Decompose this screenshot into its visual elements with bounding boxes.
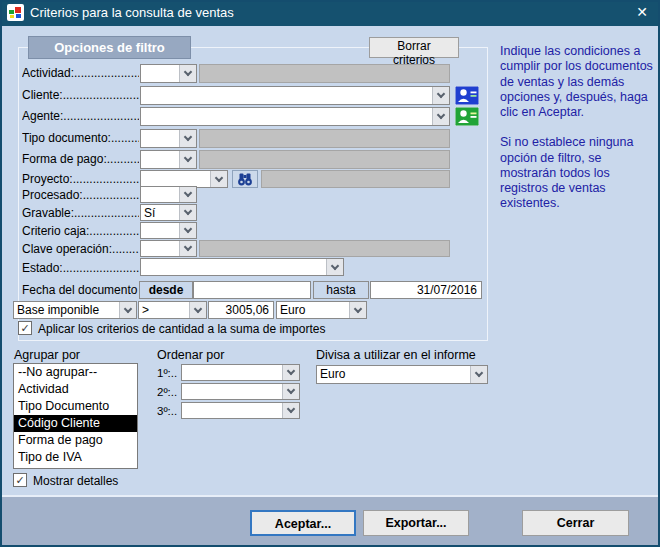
help-paragraph-2: Si no establece ninguna opción de filtro… [500, 135, 654, 211]
estado-value [141, 259, 326, 275]
apply-criteria-checkbox[interactable]: ✓ [18, 321, 32, 335]
sales-query-criteria-dialog: Criterios para la consulta de ventas ✕ O… [0, 0, 660, 547]
divisa-value: Euro [317, 366, 470, 383]
agrupar-por-listbox[interactable]: --No agrupar-- Actividad Tipo Documento … [13, 363, 138, 469]
clave-operacion-disabled-field [199, 240, 450, 257]
procesado-value [141, 187, 179, 202]
hasta-label: hasta [313, 281, 369, 299]
list-item[interactable]: --No agrupar-- [14, 364, 137, 381]
chevron-down-icon[interactable] [432, 108, 449, 125]
list-item[interactable]: Forma de pago [14, 432, 137, 449]
orden-2-value [182, 384, 282, 399]
procesado-label: Procesado:..............................… [22, 188, 139, 203]
gravable-value: Sí [141, 205, 179, 220]
tipo-documento-label: Tipo documento:.........................… [22, 131, 139, 146]
chevron-down-icon[interactable] [432, 87, 449, 104]
chevron-down-icon[interactable] [119, 302, 136, 318]
close-button[interactable]: Cerrar [522, 510, 629, 536]
base-currency-combobox[interactable]: Euro [276, 301, 367, 319]
orden-1-combobox[interactable] [181, 364, 300, 381]
list-item[interactable]: Tipo Documento [14, 398, 137, 415]
base-amount-input[interactable]: 3005,06 [208, 301, 274, 319]
list-item-selected[interactable]: Código Cliente [14, 415, 137, 432]
actividad-label: Actividad:..............................… [22, 66, 139, 81]
help-text: Indique las condiciones a cumplir por lo… [500, 44, 654, 227]
actividad-value [141, 65, 179, 82]
tipo-documento-disabled-field [199, 129, 450, 148]
chevron-down-icon[interactable] [189, 302, 206, 318]
window-title: Criterios para la consulta de ventas [30, 5, 234, 20]
chevron-down-icon[interactable] [470, 366, 487, 383]
clave-operacion-combobox[interactable] [140, 240, 197, 257]
agente-combobox[interactable] [140, 107, 450, 126]
orden-3-label: 3º:.. [157, 405, 177, 417]
criterio-caja-combobox[interactable] [140, 222, 197, 239]
gravable-label: Gravable:...............................… [22, 206, 139, 221]
procesado-combobox[interactable] [140, 186, 197, 203]
show-details-checkbox[interactable]: ✓ [13, 473, 27, 487]
agente-lookup-icon[interactable] [455, 107, 479, 126]
estado-combobox[interactable] [140, 258, 344, 276]
fecha-hasta-input[interactable]: 31/07/2016 [370, 281, 482, 299]
base-operator-value: > [139, 302, 189, 318]
clave-operacion-label: Clave operación:........................… [22, 242, 139, 257]
chevron-down-icon[interactable] [179, 205, 196, 220]
agrupar-por-label: Agrupar por [14, 348, 80, 362]
chevron-down-icon[interactable] [179, 65, 196, 82]
proyecto-label: Proyecto:...............................… [22, 172, 139, 187]
chevron-down-icon[interactable] [179, 241, 196, 256]
divisa-combobox[interactable]: Euro [316, 365, 488, 384]
orden-1-value [182, 365, 282, 380]
proyecto-search-button[interactable] [232, 170, 258, 188]
criterio-caja-label: Criterio caja:..........................… [22, 224, 139, 239]
forma-de-pago-value [141, 151, 179, 168]
tipo-documento-combobox[interactable] [140, 129, 197, 148]
orden-3-combobox[interactable] [181, 402, 300, 419]
list-item[interactable]: Tipo de IVA [14, 449, 137, 466]
chevron-down-icon[interactable] [179, 130, 196, 147]
help-paragraph-1: Indique las condiciones a cumplir por lo… [500, 44, 654, 120]
base-operator-combobox[interactable]: > [138, 301, 207, 319]
gravable-combobox[interactable]: Sí [140, 204, 197, 221]
cliente-value [141, 87, 432, 104]
forma-de-pago-combobox[interactable] [140, 150, 197, 169]
clear-criteria-button[interactable]: Borrar criterios [369, 37, 459, 58]
proyecto-value [141, 171, 210, 187]
chevron-down-icon[interactable] [179, 151, 196, 168]
filter-group-title: Opciones de filtro [28, 36, 191, 59]
list-item[interactable]: Actividad [14, 381, 137, 398]
orden-1-label: 1º:.. [157, 367, 177, 379]
chevron-down-icon[interactable] [282, 384, 299, 399]
forma-de-pago-label: Forma de pago:..........................… [22, 152, 139, 167]
chevron-down-icon[interactable] [179, 223, 196, 238]
cliente-combobox[interactable] [140, 86, 450, 105]
desde-label: desde [139, 281, 193, 299]
cliente-lookup-icon[interactable] [455, 86, 479, 105]
actividad-combobox[interactable] [140, 64, 197, 83]
orden-2-combobox[interactable] [181, 383, 300, 400]
accept-button[interactable]: Aceptar... [250, 510, 356, 536]
chevron-down-icon[interactable] [282, 365, 299, 380]
checkmark-icon: ✓ [15, 475, 24, 486]
title-bar[interactable]: Criterios para la consulta de ventas ✕ [0, 0, 660, 26]
chevron-down-icon[interactable] [282, 403, 299, 418]
proyecto-disabled-field [261, 170, 450, 188]
app-icon [7, 4, 24, 21]
chevron-down-icon[interactable] [326, 259, 343, 275]
chevron-down-icon[interactable] [179, 187, 196, 202]
export-button[interactable]: Exportar... [363, 510, 469, 536]
base-field-combobox[interactable]: Base imponible [13, 301, 137, 319]
chevron-down-icon[interactable] [210, 171, 227, 187]
base-currency-value: Euro [277, 302, 349, 318]
checkmark-icon: ✓ [20, 323, 29, 334]
forma-de-pago-disabled-field [199, 150, 450, 169]
fecha-documento-label: Fecha del documento [22, 283, 142, 298]
agente-label: Agente:.................................… [22, 109, 139, 124]
fecha-desde-input[interactable] [193, 281, 311, 299]
orden-2-label: 2º:.. [157, 386, 177, 398]
chevron-down-icon[interactable] [349, 302, 366, 318]
criterio-caja-value [141, 223, 179, 238]
base-field-value: Base imponible [14, 302, 119, 318]
close-icon[interactable]: ✕ [636, 4, 648, 20]
clave-operacion-value [141, 241, 179, 256]
